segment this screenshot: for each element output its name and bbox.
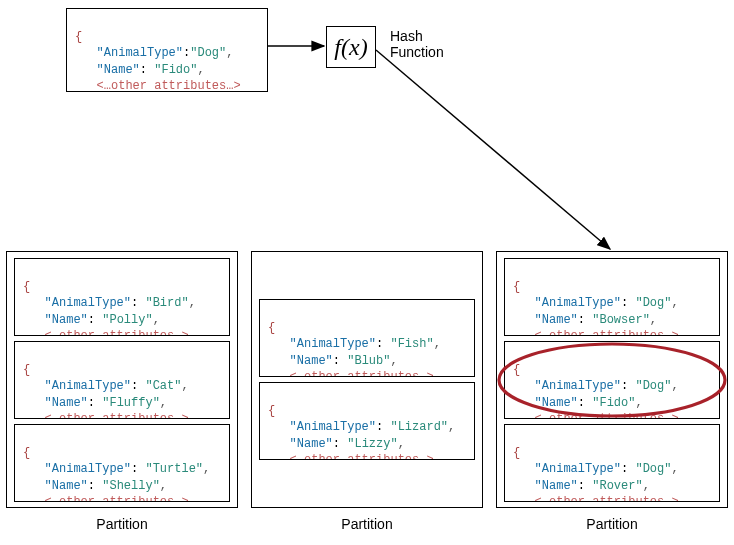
partition-1-record-2: { "AnimalType": "Cat", "Name": "Fluffy",…	[14, 341, 230, 419]
json-value-animaltype: "Dog"	[190, 46, 226, 60]
partition-2	[251, 251, 483, 508]
partition-3-label: Partition	[496, 516, 728, 532]
json-value-name: "Fido"	[154, 63, 197, 77]
json-key-name: "Name"	[97, 63, 140, 77]
hash-function-box: f(x)	[326, 26, 376, 68]
input-record-card: { "AnimalType":"Dog", "Name": "Fido", <……	[66, 8, 268, 92]
partition-2-record-1: { "AnimalType": "Fish", "Name": "Blub", …	[259, 299, 475, 377]
partition-1-record-1: { "AnimalType": "Bird", "Name": "Polly",…	[14, 258, 230, 336]
partition-1-record-3: { "AnimalType": "Turtle", "Name": "Shell…	[14, 424, 230, 502]
arrow-fx-to-partition3	[376, 50, 610, 249]
partition-2-label: Partition	[251, 516, 483, 532]
partition-1-label: Partition	[6, 516, 238, 532]
json-key-animaltype: "AnimalType"	[97, 46, 183, 60]
hash-function-symbol: f(x)	[334, 34, 367, 60]
hash-function-label: Hash Function	[390, 28, 460, 60]
partition-2-record-2: { "AnimalType": "Lizard", "Name": "Lizzy…	[259, 382, 475, 460]
partition-3-record-3: { "AnimalType": "Dog", "Name": "Rover", …	[504, 424, 720, 502]
partition-3-record-1: { "AnimalType": "Dog", "Name": "Bowser",…	[504, 258, 720, 336]
partition-3-record-2: { "AnimalType": "Dog", "Name": "Fido", <…	[504, 341, 720, 419]
json-other-attributes: <…other attributes…>	[97, 79, 241, 92]
